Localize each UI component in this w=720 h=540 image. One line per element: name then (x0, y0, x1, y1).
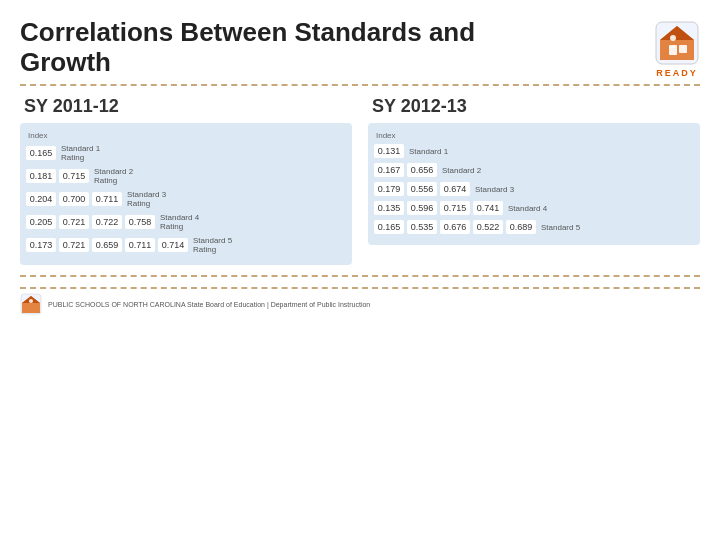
sy1-cell-1-0: 0.165 (26, 146, 56, 160)
sy1-row-4: 0.205 0.721 0.722 0.758 Standard 4Rating (26, 213, 346, 231)
divider-bottom (20, 275, 700, 277)
sy2-cell-5-0: 0.165 (374, 220, 404, 234)
svg-rect-4 (679, 45, 687, 53)
sy1-row-2: 0.181 0.715 Standard 2Rating (26, 167, 346, 185)
sy2-cell-5-3: 0.522 (473, 220, 503, 234)
sy2-label-2: Standard 2 (442, 166, 481, 175)
sy1-row-5: 0.173 0.721 0.659 0.711 0.714 Standard 5… (26, 236, 346, 254)
sy2-label-3: Standard 3 (475, 185, 514, 194)
footer-logo-icon (20, 293, 42, 315)
sy1-cell-2-1: 0.715 (59, 169, 89, 183)
sy1-label-4: Standard 4Rating (160, 213, 199, 231)
sy2-column: SY 2012-13 Index 0.131 Standard 1 0.167 … (368, 96, 700, 265)
sy2-row-3: 0.179 0.556 0.674 Standard 3 (374, 182, 694, 196)
sy2-cell-5-1: 0.535 (407, 220, 437, 234)
sy1-cell-5-2: 0.659 (92, 238, 122, 252)
sy1-label-1: Standard 1Rating (61, 144, 100, 162)
sy2-cell-2-1: 0.656 (407, 163, 437, 177)
sy2-cell-1-0: 0.131 (374, 144, 404, 158)
sy2-label-4: Standard 4 (508, 204, 547, 213)
sy1-cell-3-0: 0.204 (26, 192, 56, 206)
main-content: SY 2011-12 Index 0.165 Standard 1Rating … (20, 96, 700, 265)
header: Correlations Between Standards and Growt… (20, 18, 700, 78)
sy2-cell-3-1: 0.556 (407, 182, 437, 196)
sy1-label-2: Standard 2Rating (94, 167, 133, 185)
sy1-cell-3-2: 0.711 (92, 192, 122, 206)
sy2-label: SY 2012-13 (368, 96, 700, 117)
sy2-cell-5-2: 0.676 (440, 220, 470, 234)
sy1-cell-5-0: 0.173 (26, 238, 56, 252)
sy2-label-5: Standard 5 (541, 223, 580, 232)
sy1-row-3: 0.204 0.700 0.711 Standard 3Rating (26, 190, 346, 208)
logo-text: READY (656, 68, 698, 78)
sy1-cell-4-2: 0.722 (92, 215, 122, 229)
sy1-matrix: Index 0.165 Standard 1Rating 0.181 0.715… (20, 123, 352, 265)
page-title: Correlations Between Standards and Growt… (20, 18, 475, 78)
sy1-cell-5-4: 0.714 (158, 238, 188, 252)
divider-top (20, 84, 700, 86)
sy1-cell-4-3: 0.758 (125, 215, 155, 229)
sy2-row-5: 0.165 0.535 0.676 0.522 0.689 Standard 5 (374, 220, 694, 234)
sy1-index-label: Index (26, 131, 346, 140)
sy2-label-1: Standard 1 (409, 147, 448, 156)
sy2-cell-4-2: 0.715 (440, 201, 470, 215)
sy2-index-label: Index (374, 131, 694, 140)
sy2-row-4: 0.135 0.596 0.715 0.741 Standard 4 (374, 201, 694, 215)
sy1-cell-2-0: 0.181 (26, 169, 56, 183)
sy1-cell-4-0: 0.205 (26, 215, 56, 229)
sy2-row-2: 0.167 0.656 Standard 2 (374, 163, 694, 177)
sy2-cell-4-3: 0.741 (473, 201, 503, 215)
sy2-cell-3-2: 0.674 (440, 182, 470, 196)
sy2-cell-3-0: 0.179 (374, 182, 404, 196)
sy1-label-5: Standard 5Rating (193, 236, 232, 254)
sy2-cell-5-4: 0.689 (506, 220, 536, 234)
sy1-column: SY 2011-12 Index 0.165 Standard 1Rating … (20, 96, 352, 265)
ready-logo-icon (654, 20, 700, 66)
sy2-cell-4-1: 0.596 (407, 201, 437, 215)
footer: PUBLIC SCHOOLS OF NORTH CAROLINA State B… (20, 287, 700, 315)
sy1-label: SY 2011-12 (20, 96, 352, 117)
sy2-matrix: Index 0.131 Standard 1 0.167 0.656 Stand… (368, 123, 700, 245)
sy1-cell-5-3: 0.711 (125, 238, 155, 252)
footer-text: PUBLIC SCHOOLS OF NORTH CAROLINA State B… (48, 301, 370, 308)
sy2-row-1: 0.131 Standard 1 (374, 144, 694, 158)
sy2-cell-4-0: 0.135 (374, 201, 404, 215)
sy1-cell-5-1: 0.721 (59, 238, 89, 252)
sy1-label-3: Standard 3Rating (127, 190, 166, 208)
sy1-cell-4-1: 0.721 (59, 215, 89, 229)
svg-point-9 (29, 299, 33, 303)
svg-point-5 (670, 35, 676, 41)
sy1-row-1: 0.165 Standard 1Rating (26, 144, 346, 162)
sy1-cell-3-1: 0.700 (59, 192, 89, 206)
sy2-cell-2-0: 0.167 (374, 163, 404, 177)
logo-area: READY (654, 20, 700, 78)
